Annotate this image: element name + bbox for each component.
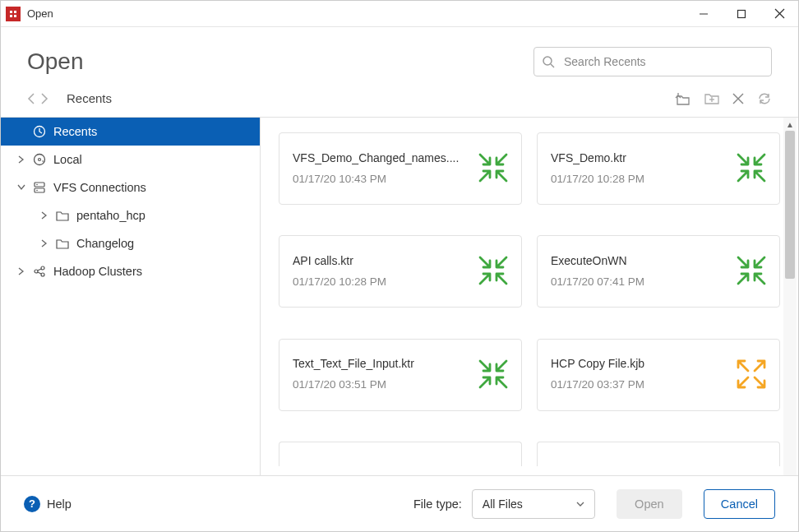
nav-back-button[interactable] [27, 93, 35, 104]
chevron-right-icon[interactable] [39, 211, 50, 220]
file-name: ExecuteOnWN [551, 254, 730, 267]
close-button[interactable] [760, 1, 798, 27]
refresh-button[interactable] [757, 92, 772, 105]
cancel-button-label: Cancel [721, 497, 758, 511]
file-card-partial[interactable] [537, 442, 780, 466]
transformation-icon [737, 256, 766, 285]
svg-point-5 [543, 57, 552, 65]
svg-point-21 [41, 273, 44, 276]
help-link[interactable]: ? Help [24, 496, 72, 512]
sidebar: Recents Local VFS Connections [1, 118, 261, 498]
svg-rect-15 [35, 183, 44, 187]
help-icon: ? [24, 496, 40, 512]
window-controls [685, 1, 798, 27]
file-card[interactable]: API calls.ktr 01/17/20 10:28 PM [279, 235, 522, 308]
file-info: Text_Text_File_Input.ktr 01/17/20 03:51 … [293, 357, 472, 391]
job-icon [737, 359, 766, 389]
content-wrap: VFS_Demo_Changed_names.... 01/17/20 10:4… [261, 118, 798, 498]
transformation-icon [478, 359, 508, 389]
page-title: Open [27, 49, 84, 75]
sidebar-item-vfs-connections[interactable]: VFS Connections [1, 173, 260, 201]
chevron-right-icon[interactable] [39, 239, 50, 247]
sidebar-item-local[interactable]: Local [1, 146, 260, 173]
scrollbar[interactable]: ▲ ▼ [783, 118, 797, 498]
svg-rect-16 [35, 188, 44, 192]
file-name: VFS_Demo.ktr [551, 151, 730, 164]
svg-line-23 [38, 272, 42, 274]
file-card[interactable]: VFS_Demo_Changed_names.... 01/17/20 10:4… [279, 132, 522, 205]
file-type-value: All Files [483, 497, 523, 511]
app-icon [6, 7, 21, 21]
sidebar-item-recents[interactable]: Recents [1, 118, 260, 146]
svg-point-13 [39, 159, 41, 161]
sidebar-item-changelog[interactable]: Changelog [1, 229, 260, 257]
svg-point-19 [35, 270, 38, 273]
nav-forward-button[interactable] [40, 93, 48, 104]
file-card[interactable]: VFS_Demo.ktr 01/17/20 10:28 PM [537, 132, 780, 205]
dialog-header: Open [1, 27, 798, 91]
file-card-partial[interactable] [279, 442, 522, 466]
clock-icon [30, 125, 48, 138]
footer: ? Help File type: All Files Open Cancel [1, 475, 798, 531]
svg-point-14 [42, 160, 44, 162]
folder-icon [53, 238, 72, 249]
svg-point-20 [41, 266, 44, 270]
scroll-thumb[interactable] [785, 131, 795, 279]
file-info: ExecuteOnWN 01/17/20 07:41 PM [551, 254, 730, 288]
svg-point-12 [35, 155, 45, 165]
sidebar-item-label: Changelog [76, 237, 134, 250]
search-icon [542, 55, 555, 68]
sidebar-item-hadoop-clusters[interactable]: Hadoop Clusters [1, 257, 260, 285]
file-date: 01/17/20 03:51 PM [293, 378, 472, 391]
search-wrap [533, 47, 772, 76]
search-input[interactable] [533, 47, 772, 76]
file-name: VFS_Demo_Changed_names.... [293, 151, 472, 164]
svg-rect-0 [8, 9, 18, 19]
file-date: 01/17/20 10:43 PM [293, 173, 472, 185]
nav-row: Recents [1, 91, 798, 117]
file-type-wrap: File type: All Files Open Cancel [413, 489, 775, 519]
scroll-up-button[interactable]: ▲ [783, 118, 797, 131]
file-date: 01/17/20 10:28 PM [551, 173, 730, 185]
folder-icon [53, 210, 72, 221]
file-card[interactable]: ExecuteOnWN 01/17/20 07:41 PM [537, 235, 780, 308]
file-info: API calls.ktr 01/17/20 10:28 PM [293, 254, 472, 288]
breadcrumb[interactable]: Recents [67, 91, 112, 105]
delete-button[interactable] [732, 93, 744, 104]
maximize-button[interactable] [723, 1, 760, 27]
file-name: Text_Text_File_Input.ktr [293, 357, 472, 370]
file-grid: VFS_Demo_Changed_names.... 01/17/20 10:4… [261, 118, 798, 498]
chevron-down-icon [576, 502, 584, 507]
sidebar-item-pentaho-hcp[interactable]: pentaho_hcp [1, 201, 260, 229]
file-name: HCP Copy File.kjb [551, 357, 730, 370]
help-label: Help [47, 497, 72, 511]
transformation-icon [478, 153, 508, 183]
file-name: API calls.ktr [293, 254, 472, 267]
sidebar-item-label: Hadoop Clusters [53, 265, 142, 278]
new-folder-button[interactable] [704, 92, 719, 105]
window-title: Open [27, 7, 53, 20]
file-card[interactable]: HCP Copy File.kjb 01/17/20 03:37 PM [537, 339, 780, 411]
transformation-icon [478, 256, 508, 285]
chevron-down-icon[interactable] [16, 184, 27, 191]
open-button[interactable]: Open [617, 489, 682, 519]
up-folder-button[interactable] [675, 92, 691, 105]
svg-point-18 [36, 190, 38, 192]
file-date: 01/17/20 07:41 PM [551, 275, 730, 288]
chevron-right-icon[interactable] [16, 155, 27, 164]
server-icon [30, 181, 48, 194]
file-type-label: File type: [413, 497, 462, 511]
file-card[interactable]: Text_Text_File_Input.ktr 01/17/20 03:51 … [279, 339, 522, 411]
minimize-button[interactable] [685, 1, 723, 27]
file-type-select[interactable]: All Files [472, 489, 595, 519]
svg-line-6 [551, 64, 554, 67]
cancel-button[interactable]: Cancel [704, 489, 775, 519]
open-button-label: Open [635, 497, 663, 511]
chevron-right-icon[interactable] [16, 267, 27, 275]
nav-arrows [27, 93, 48, 104]
file-info: VFS_Demo.ktr 01/17/20 10:28 PM [551, 151, 730, 185]
svg-rect-2 [738, 10, 746, 17]
transformation-icon [737, 153, 766, 183]
share-icon [30, 265, 48, 278]
file-info: VFS_Demo_Changed_names.... 01/17/20 10:4… [293, 151, 472, 185]
